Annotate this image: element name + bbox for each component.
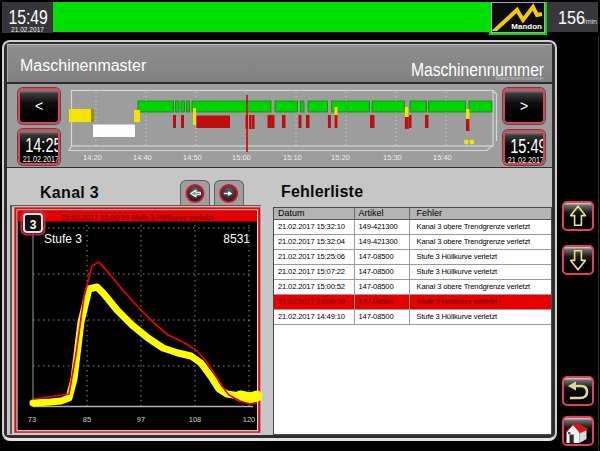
svg-text:97: 97	[137, 415, 145, 424]
svg-text:108: 108	[189, 415, 202, 424]
svg-text:Mandon: Mandon	[511, 22, 542, 31]
svg-text:Stufe 3: Stufe 3	[44, 232, 82, 246]
svg-text:3: 3	[30, 218, 37, 232]
svg-text:85: 85	[83, 415, 91, 424]
svg-text:21.02.2017 15:00:39 Stufe 3 Hü: 21.02.2017 15:00:39 Stufe 3 Hüllkurve ve…	[61, 213, 213, 222]
svg-text:120: 120	[243, 415, 256, 424]
svg-text:73: 73	[28, 415, 36, 424]
svg-text:8531: 8531	[223, 232, 250, 246]
